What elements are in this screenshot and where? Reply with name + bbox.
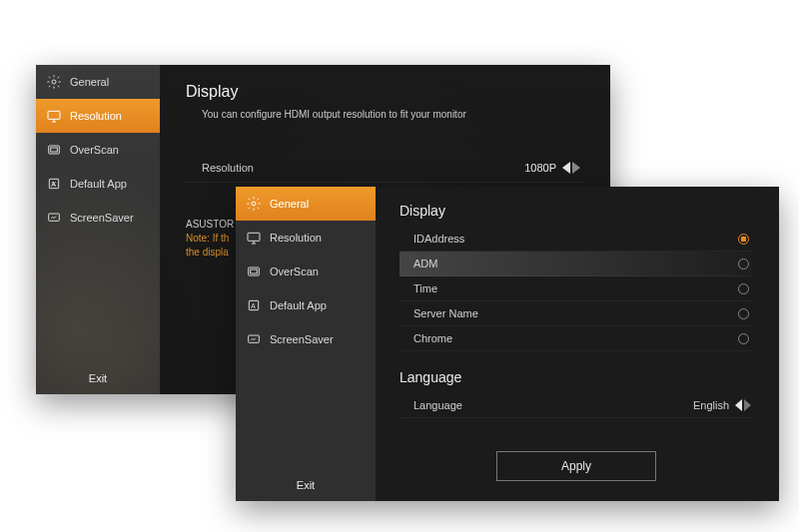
sidebar-item-general[interactable]: General <box>236 187 376 221</box>
overscan-icon <box>46 142 62 158</box>
gear-icon <box>246 196 262 212</box>
sidebar-item-default-app[interactable]: A Default App <box>36 167 160 201</box>
svg-text:A: A <box>51 181 56 188</box>
apply-button[interactable]: Apply <box>496 451 656 481</box>
monitor-icon <box>246 230 262 246</box>
resolution-stepper[interactable] <box>562 162 580 174</box>
section-description: You can configure HDMI output resolution… <box>202 109 584 120</box>
sidebar-item-screensaver[interactable]: ScreenSaver <box>236 322 376 356</box>
resolution-row[interactable]: Resolution 1080P <box>186 154 584 183</box>
sidebar-item-label: ScreenSaver <box>70 212 134 224</box>
sidebar-item-resolution[interactable]: Resolution <box>236 221 376 255</box>
section-title: Display <box>186 83 584 101</box>
option-label: IDAddress <box>413 233 464 245</box>
sidebar-item-label: ScreenSaver <box>270 333 334 345</box>
option-label: Server Name <box>413 307 478 319</box>
radio-unselected-icon <box>738 283 749 294</box>
sidebar-item-label: Resolution <box>70 110 122 122</box>
svg-rect-13 <box>249 335 260 342</box>
svg-point-7 <box>252 202 256 206</box>
sidebar-item-label: Default App <box>70 178 127 190</box>
svg-text:A: A <box>251 302 256 309</box>
sidebar-item-label: OverScan <box>270 266 319 277</box>
sidebar-item-default-app[interactable]: A Default App <box>236 288 376 322</box>
svg-rect-10 <box>251 269 258 273</box>
main-panel: Display IDAddress ADM Time Server Name C… <box>376 187 779 501</box>
radio-unselected-icon <box>738 333 749 344</box>
screensaver-icon <box>246 331 262 347</box>
option-label: ADM <box>413 258 437 269</box>
display-option-server-name[interactable]: Server Name <box>400 301 753 326</box>
chevron-right-icon[interactable] <box>744 399 751 411</box>
sidebar-item-screensaver[interactable]: ScreenSaver <box>36 201 160 235</box>
screensaver-icon <box>46 210 62 226</box>
option-label: Chrome <box>413 332 452 344</box>
radio-unselected-icon <box>738 308 749 319</box>
option-label: Time <box>413 282 437 294</box>
svg-rect-8 <box>248 233 260 241</box>
language-row[interactable]: Language English <box>400 393 753 418</box>
radio-unselected-icon <box>738 259 749 269</box>
sidebar: General Resolution OverScan A Default Ap… <box>36 65 160 394</box>
sidebar-item-label: General <box>70 76 109 88</box>
sidebar-item-label: Resolution <box>270 232 322 244</box>
display-option-time[interactable]: Time <box>400 276 753 301</box>
app-icon: A <box>246 297 262 313</box>
apply-wrap: Apply <box>400 435 753 501</box>
svg-rect-3 <box>51 148 58 152</box>
gear-icon <box>46 74 62 90</box>
sidebar-item-label: OverScan <box>70 144 119 156</box>
svg-rect-1 <box>48 111 60 119</box>
language-section-title: Language <box>400 369 753 385</box>
sidebar-item-label: Default App <box>270 299 327 311</box>
sidebar: General Resolution OverScan A Default Ap… <box>236 187 376 501</box>
sidebar-item-label: General <box>270 198 309 210</box>
chevron-left-icon[interactable] <box>735 399 742 411</box>
sidebar-item-overscan[interactable]: OverScan <box>36 133 160 167</box>
sidebar-item-overscan[interactable]: OverScan <box>236 255 376 288</box>
app-icon: A <box>46 176 62 192</box>
overscan-icon <box>246 264 262 279</box>
display-option-adm[interactable]: ADM <box>400 252 753 276</box>
sidebar-item-general[interactable]: General <box>36 65 160 99</box>
language-stepper[interactable] <box>735 399 751 411</box>
display-option-chrome[interactable]: Chrome <box>400 326 753 351</box>
svg-rect-6 <box>49 214 60 221</box>
resolution-label: Resolution <box>202 162 254 174</box>
settings-window-general: General Resolution OverScan A Default Ap… <box>236 187 779 501</box>
chevron-right-icon[interactable] <box>572 162 580 174</box>
exit-button[interactable]: Exit <box>236 479 376 491</box>
language-value: English <box>693 399 735 411</box>
monitor-icon <box>46 108 62 124</box>
chevron-left-icon[interactable] <box>562 162 570 174</box>
sidebar-item-resolution[interactable]: Resolution <box>36 99 160 133</box>
display-option-idaddress[interactable]: IDAddress <box>400 227 753 252</box>
radio-selected-icon <box>738 234 749 245</box>
svg-point-0 <box>52 80 56 84</box>
exit-button[interactable]: Exit <box>36 372 160 384</box>
display-section-title: Display <box>400 203 753 219</box>
language-label: Language <box>413 399 462 411</box>
resolution-value: 1080P <box>524 162 562 174</box>
